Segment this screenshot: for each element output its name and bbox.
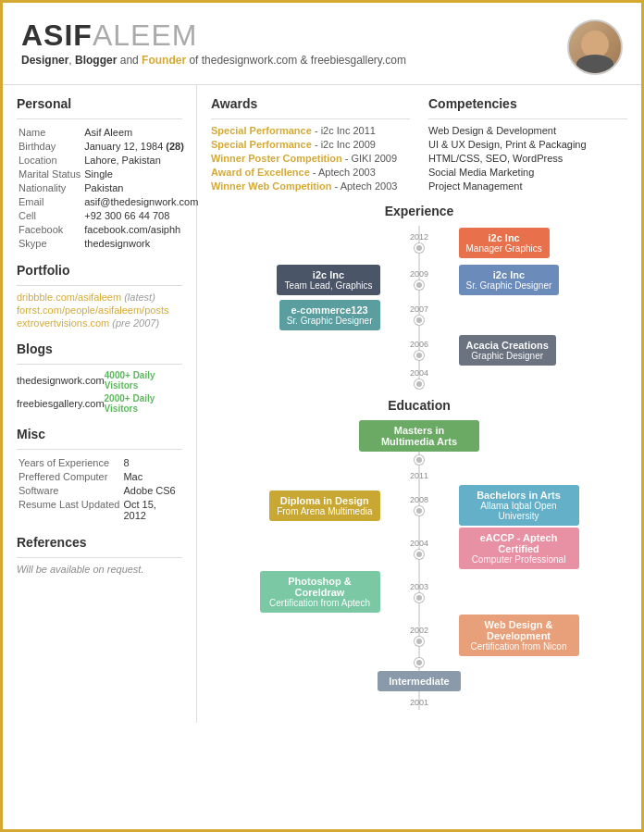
edu-dot-6 <box>415 658 424 667</box>
right-column: Awards Special Performance - i2c Inc 201… <box>197 85 641 723</box>
award-item-5: Winner Web Competition - Aptech 2003 <box>211 180 410 192</box>
comp-item-4: Social Media Marketing <box>428 167 627 178</box>
award-item-4: Award of Excellence - Aptech 2003 <box>211 167 410 178</box>
left-column: Personal NameAsif Aleem BirthdayJanuary … <box>3 85 197 723</box>
year-2007: 2007 <box>410 304 428 314</box>
exp-row-1: 2012 i2c Inc Manager Graphics <box>211 226 627 259</box>
portfolio-divider <box>17 285 182 286</box>
edu-box-intermediate: Intermediate <box>378 671 461 691</box>
edu-dot-2 <box>415 506 424 515</box>
exp-row-5: 2004 <box>211 368 627 389</box>
edu-row-1: Masters in Multimedia Arts <box>211 420 627 465</box>
table-row: Preffered ComputerMac <box>17 469 182 483</box>
year-2008: 2008 <box>410 495 428 504</box>
portfolio-link-1[interactable]: dribbble.com/asifaleem (latest) <box>17 292 182 303</box>
edu-dot-3 <box>415 550 424 559</box>
references-divider <box>17 557 182 558</box>
exp-dot-3 <box>415 316 424 325</box>
portfolio-title: Portfolio <box>17 263 182 279</box>
year-2001: 2001 <box>410 698 428 707</box>
table-row: LocationLahore, Pakistan <box>17 153 200 167</box>
awards-divider <box>211 118 410 119</box>
award-item-1: Special Performance - i2c Inc 2011 <box>211 125 410 136</box>
edu-row-2: Diploma in Design From Arena Multimedia … <box>211 485 627 526</box>
table-row: Facebookfacebook.com/asiphh <box>17 222 200 236</box>
personal-title: Personal <box>17 96 182 113</box>
comp-item-1: Web Design & Development <box>428 125 627 136</box>
tagline: Designer, Blogger and Founder of thedesi… <box>21 54 406 67</box>
year-2002: 2002 <box>410 626 428 635</box>
edu-dot-4 <box>415 593 424 602</box>
edu-dot-1 <box>415 455 424 465</box>
misc-divider <box>17 449 182 450</box>
exp-box-4: e-commerce123 Sr. Graphic Designer <box>279 300 380 330</box>
comp-item-2: UI & UX Design, Print & Packaging <box>428 139 627 150</box>
competencies-section: Competencies Web Design & Development UI… <box>428 96 627 194</box>
personal-table: NameAsif Aleem BirthdayJanuary 12, 1984 … <box>17 125 200 250</box>
exp-box-1: i2c Inc Manager Graphics <box>459 228 550 258</box>
blogs-divider <box>17 364 182 365</box>
avatar <box>567 19 623 75</box>
competencies-divider <box>428 118 627 119</box>
edu-row-3: 2004 eACCP - Aptech Certified Computer P… <box>211 528 627 569</box>
table-row: Marital StatusSingle <box>17 167 200 180</box>
education-section: Education Masters in Multimedia Arts <box>211 398 627 710</box>
references-title: References <box>17 535 182 552</box>
main-content: Personal NameAsif Aleem BirthdayJanuary … <box>3 85 641 723</box>
exp-box-2: i2c Inc Team Lead, Graphics <box>277 265 379 295</box>
year-2006: 2006 <box>410 340 428 349</box>
exp-dot-5 <box>415 379 424 389</box>
comp-item-3: HTML/CSS, SEO, WordPress <box>428 153 627 164</box>
references-text: Will be available on request. <box>17 564 182 575</box>
misc-table: Years of Experience8 Preffered ComputerM… <box>17 455 182 522</box>
experience-timeline: 2012 i2c Inc Manager Graphics i2c <box>211 226 627 389</box>
table-row: Cell+92 300 66 44 708 <box>17 208 200 222</box>
blog-row-1: thedesignwork.com 4000+ Daily Visitors <box>17 370 182 391</box>
exp-dot-1 <box>415 243 424 253</box>
table-row: SoftwareAdobe CS6 <box>17 483 182 497</box>
education-timeline: Masters in Multimedia Arts 2011 <box>211 420 627 710</box>
exp-dot-2 <box>415 280 424 290</box>
competencies-title: Competencies <box>428 96 627 113</box>
year-2009: 2009 <box>410 269 428 279</box>
experience-title: Experience <box>211 204 627 218</box>
table-row: NameAsif Aleem <box>17 125 200 139</box>
edu-row-year-2001: 2001 <box>211 695 627 710</box>
edu-row-4: Photoshop & Coreldraw Certification from… <box>211 571 627 613</box>
name-first: ASIF <box>21 19 93 52</box>
year-2011: 2011 <box>410 471 428 480</box>
exp-box-5: Acacia Creations Graphic Designer <box>459 335 556 366</box>
name-last: ALEEM <box>93 19 197 52</box>
edu-box-bachelors: Bachelors in Arts Allama Iqbal Open Univ… <box>459 485 579 526</box>
portfolio-link-3[interactable]: extrovertvisions.com (pre 2007) <box>17 317 182 329</box>
year-2012: 2012 <box>410 232 428 242</box>
misc-title: Misc <box>17 427 182 443</box>
awards-title: Awards <box>211 96 410 113</box>
year-2003: 2003 <box>410 582 428 591</box>
exp-row-3: e-commerce123 Sr. Graphic Designer 2007 <box>211 298 627 331</box>
exp-row-4: 2006 Acacia Creations Graphic Designer <box>211 333 627 366</box>
full-name: ASIFALEEM <box>21 19 406 52</box>
header-left: ASIFALEEM Designer, Blogger and Founder … <box>21 19 406 67</box>
table-row: BirthdayJanuary 12, 1984 (28) <box>17 139 200 153</box>
education-title: Education <box>211 398 627 413</box>
awards-section: Awards Special Performance - i2c Inc 201… <box>211 96 410 194</box>
edu-box-photoshop: Photoshop & Coreldraw Certification from… <box>260 571 380 613</box>
edu-box-webdev: Web Design & Development Certification f… <box>459 615 579 656</box>
year-2004: 2004 <box>410 368 428 378</box>
blogs-title: Blogs <box>17 341 182 358</box>
personal-divider <box>17 118 182 119</box>
portfolio-link-2[interactable]: forrst.com/people/asifaleem/posts <box>17 304 182 316</box>
top-right: Awards Special Performance - i2c Inc 201… <box>211 96 627 194</box>
header: ASIFALEEM Designer, Blogger and Founder … <box>3 3 641 85</box>
edu-box-eaccp: eACCP - Aptech Certified Computer Profes… <box>459 528 579 569</box>
edu-row-5: 2002 Web Design & Development Certificat… <box>211 615 627 656</box>
blog-row-2: freebiesgallery.com 2000+ Daily Visitors <box>17 393 182 414</box>
edu-box-masters: Masters in Multimedia Arts <box>359 420 479 452</box>
table-row: Resume Last UpdatedOct 15, 2012 <box>17 497 182 522</box>
table-row: Emailasif@thedesignwork.com <box>17 194 200 208</box>
year-2004b: 2004 <box>410 539 428 548</box>
edu-box-diploma: Diploma in Design From Arena Multimedia <box>269 491 379 521</box>
table-row: Years of Experience8 <box>17 455 182 469</box>
table-row: NationalityPakistan <box>17 180 200 194</box>
